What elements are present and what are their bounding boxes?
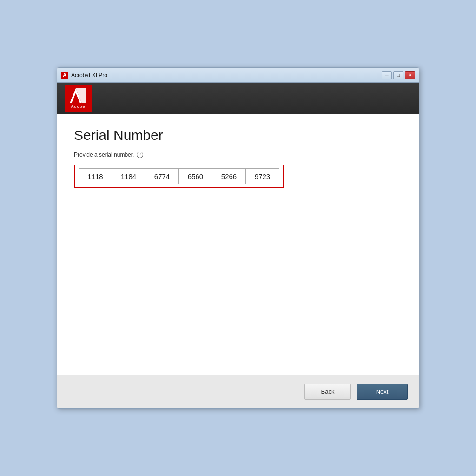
adobe-small-icon: A bbox=[61, 72, 68, 79]
title-bar-left: A Acrobat XI Pro bbox=[61, 72, 107, 79]
close-button[interactable]: ✕ bbox=[405, 71, 415, 79]
page-title: Serial Number bbox=[74, 127, 402, 143]
footer-bar: Back Next bbox=[57, 375, 419, 408]
adobe-logo: Adobe bbox=[65, 85, 92, 112]
serial-field-4[interactable] bbox=[179, 168, 212, 184]
serial-field-3[interactable] bbox=[145, 168, 179, 184]
serial-field-5[interactable] bbox=[212, 168, 246, 184]
adobe-logo-text: Adobe bbox=[71, 104, 85, 109]
serial-field-1[interactable] bbox=[79, 168, 112, 184]
window-controls: ─ □ ✕ bbox=[382, 71, 415, 79]
subtitle-row: Provide a serial number. i bbox=[74, 152, 402, 158]
header-bar: Adobe bbox=[57, 83, 419, 114]
serial-number-container bbox=[74, 165, 284, 188]
minimize-button[interactable]: ─ bbox=[382, 71, 392, 79]
window-title: Acrobat XI Pro bbox=[71, 72, 107, 79]
adobe-icon-letter: A bbox=[63, 73, 66, 78]
adobe-logo-svg bbox=[70, 88, 86, 103]
info-icon[interactable]: i bbox=[137, 152, 143, 158]
serial-field-6[interactable] bbox=[246, 168, 279, 184]
next-button[interactable]: Next bbox=[357, 384, 408, 400]
subtitle-text: Provide a serial number. bbox=[74, 152, 134, 158]
main-window: A Acrobat XI Pro ─ □ ✕ Adobe Serial Numb… bbox=[57, 67, 419, 409]
maximize-button[interactable]: □ bbox=[393, 71, 403, 79]
back-button[interactable]: Back bbox=[304, 384, 351, 400]
content-area: Serial Number Provide a serial number. i bbox=[57, 114, 419, 375]
serial-field-2[interactable] bbox=[112, 168, 145, 184]
title-bar: A Acrobat XI Pro ─ □ ✕ bbox=[57, 68, 419, 83]
